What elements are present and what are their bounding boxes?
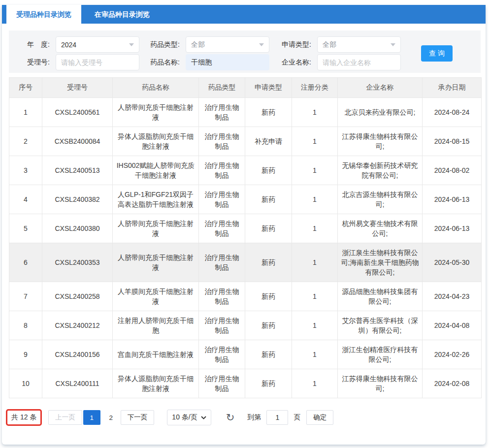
drug-type-select[interactable]: 全部 [186, 36, 269, 53]
table-cell: CXSL2400513 [42, 156, 113, 185]
table-body: 1CXSL2400561人脐带间充质干细胞注射液治疗用生物制品新药1北京贝来药业… [9, 98, 482, 398]
table-cell: 新药 [245, 369, 292, 398]
table-row[interactable]: 3CXSL2400513IHS002赋能人脐带间充质干细胞注射液治疗用生物制品新… [9, 156, 482, 185]
table-cell: 2024-06-13 [423, 214, 482, 243]
caret-down-icon [259, 43, 264, 46]
prev-page-button[interactable]: 上一页 [48, 410, 82, 425]
table-cell: 1 [292, 340, 338, 369]
goto-page-suffix-label: 页 [294, 413, 300, 422]
pagination-bar: 共 12 条 上一页 12 下一页 10 条/页 ↻ 到第 页 确定 [6, 409, 486, 426]
table-cell: 6 [9, 243, 42, 282]
accept-no-input[interactable] [56, 54, 139, 70]
table-row[interactable]: 6CXSL2400353人脐带间充质干细胞注射液治疗用生物制品新药1浙江泉生生物… [9, 243, 482, 282]
table-cell: 1 [292, 156, 338, 185]
table-cell: 1 [292, 127, 338, 156]
refresh-icon[interactable]: ↻ [226, 413, 235, 423]
column-header: 承办日期 [423, 78, 482, 98]
table-cell: 杭州易文赛生物技术有限公司; [338, 214, 423, 243]
table-cell: 浙江生创精准医疗科技有限公司; [338, 340, 423, 369]
table-cell: 治疗用生物制品 [199, 98, 245, 127]
drug-type-select-value: 全部 [191, 40, 205, 49]
year-label: 年 度: [9, 40, 56, 49]
table-cell: 新药 [245, 156, 292, 185]
table-cell: 治疗用生物制品 [199, 243, 245, 282]
search-button[interactable]: 查 询 [421, 45, 453, 62]
year-select-value: 2024 [61, 41, 76, 49]
table-cell: 无锡华泰创新药技术研究院有限公司; [338, 156, 423, 185]
table-cell: 注射用人脐带间充质干细胞 [113, 311, 199, 340]
table-cell: CXSL2400561 [42, 98, 113, 127]
tab-bar: 受理品种目录浏览 在审品种目录浏览 [2, 5, 486, 24]
table-cell: 7 [9, 282, 42, 311]
table-cell: 新药 [245, 282, 292, 311]
table-cell: 人脐带间充质干细胞注射液 [113, 214, 199, 243]
table-cell: 8 [9, 311, 42, 340]
table-cell: 新药 [245, 311, 292, 340]
table-cell: 治疗用生物制品 [199, 340, 245, 369]
table-cell: 2024-02-08 [423, 369, 482, 398]
table-cell: 人脐带间充质干细胞注射液 [113, 98, 199, 127]
table-cell: 异体人源脂肪间充质干细胞注射液 [113, 127, 199, 156]
table-row[interactable]: 4CXSL2400382人GLP-1和FGF21双因子高表达脂肪干细胞注射液治疗… [9, 185, 482, 214]
table-row[interactable]: 7CXSL2400258人羊膜间充质干细胞注射液治疗用生物制品新药1源品细胞生物… [9, 282, 482, 311]
table-cell: 2024-05-30 [423, 243, 482, 282]
filter-panel: 年 度: 2024 药品类型: 全部 申请类型: 全部 查 询 受理号: 药品名… [9, 31, 481, 73]
apply-type-label: 申请类型: [273, 40, 317, 49]
page-size-value: 10 条/页 [172, 413, 197, 422]
table-cell: 2024-06-13 [423, 185, 482, 214]
results-table: 序号受理号药品名称药品类型申请类型注册分类企业名称承办日期 1CXSL24005… [9, 77, 482, 398]
goto-page-input[interactable] [266, 410, 288, 425]
table-row[interactable]: 8CXSL2400212注射用人脐带间充质干细胞治疗用生物制品新药1艾尔普再生医… [9, 311, 482, 340]
column-header: 药品名称 [113, 78, 199, 98]
column-header: 受理号 [42, 78, 113, 98]
table-cell: CXSL2400258 [42, 282, 113, 311]
table-cell: 2024-02-26 [423, 340, 482, 369]
page-number-button[interactable]: 1 [83, 410, 100, 425]
table-row[interactable]: 10CXSL2400111异体人源脂肪间充质干细胞注射液治疗用生物制品新药1江苏… [9, 369, 482, 398]
table-row[interactable]: 1CXSL2400561人脐带间充质干细胞注射液治疗用生物制品新药1北京贝来药业… [9, 98, 482, 127]
year-select[interactable]: 2024 [56, 36, 139, 53]
goto-page-label: 到第 [247, 413, 261, 422]
table-cell: 新药 [245, 98, 292, 127]
table-cell: 1 [292, 243, 338, 282]
company-input[interactable] [317, 54, 401, 70]
table-cell: IHS002赋能人脐带间充质干细胞注射液 [113, 156, 199, 185]
column-header: 药品类型 [199, 78, 245, 98]
drug-name-input[interactable] [186, 54, 269, 70]
apply-type-select[interactable]: 全部 [317, 36, 401, 53]
table-cell: CXSB2400084 [42, 127, 113, 156]
tab-accepted-catalog[interactable]: 受理品种目录浏览 [6, 5, 81, 24]
table-cell: 1 [292, 185, 338, 214]
column-header: 注册分类 [292, 78, 338, 98]
drug-name-label: 药品名称: [141, 58, 186, 67]
table-header-row: 序号受理号药品名称药品类型申请类型注册分类企业名称承办日期 [9, 78, 482, 98]
page-numbers: 12 [82, 410, 121, 425]
page-number-button[interactable]: 2 [102, 410, 120, 425]
column-header: 企业名称 [338, 78, 423, 98]
tab-under-review-catalog[interactable]: 在审品种目录浏览 [81, 5, 163, 24]
table-cell: 补充申请 [245, 127, 292, 156]
table-cell: 源品细胞生物科技集团有限公司; [338, 282, 423, 311]
table-row[interactable]: 5CXSL2400380人脐带间充质干细胞注射液治疗用生物制品新药1杭州易文赛生… [9, 214, 482, 243]
table-cell: 治疗用生物制品 [199, 156, 245, 185]
table-row[interactable]: 9CXSL2400156宫血间充质干细胞注射液治疗用生物制品新药1浙江生创精准医… [9, 340, 482, 369]
column-header: 序号 [9, 78, 42, 98]
table-cell: CXSL2400156 [42, 340, 113, 369]
table-cell: 5 [9, 214, 42, 243]
chevron-down-icon [201, 416, 206, 419]
table-cell: 江苏得康生物科技有限公司; [338, 127, 423, 156]
table-row[interactable]: 2CXSB2400084异体人源脂肪间充质干细胞注射液治疗用生物制品补充申请1江… [9, 127, 482, 156]
page-size-select[interactable]: 10 条/页 [167, 410, 211, 425]
total-count: 共 12 条 [11, 413, 36, 421]
table-cell: 人羊膜间充质干细胞注射液 [113, 282, 199, 311]
main-panel: 受理品种目录浏览 在审品种目录浏览 年 度: 2024 药品类型: 全部 申请类… [2, 5, 486, 445]
confirm-button[interactable]: 确定 [306, 410, 333, 425]
table-cell: 人GLP-1和FGF21双因子高表达脂肪干细胞注射液 [113, 185, 199, 214]
table-cell: 1 [292, 282, 338, 311]
table-cell: 2024-04-23 [423, 282, 482, 311]
accept-no-label: 受理号: [9, 58, 56, 67]
table-cell: 1 [9, 98, 42, 127]
table-cell: 江苏得康生物科技有限公司; [338, 369, 423, 398]
table-cell: 异体人源脂肪间充质干细胞注射液 [113, 369, 199, 398]
next-page-button[interactable]: 下一页 [121, 410, 155, 425]
